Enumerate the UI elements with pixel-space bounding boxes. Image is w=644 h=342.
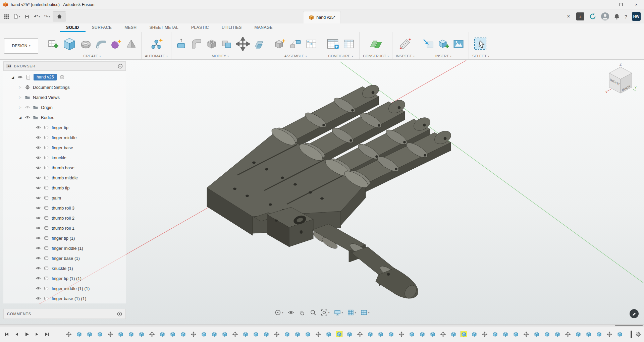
minimize-button[interactable]: –	[598, 0, 613, 9]
visibility-eye-icon[interactable]	[36, 266, 41, 271]
timeline-feature-body[interactable]	[222, 331, 228, 337]
visibility-eye-icon[interactable]	[36, 185, 41, 190]
timeline-feature-body[interactable]	[471, 331, 477, 337]
extrude-button[interactable]	[61, 36, 77, 52]
timeline-feature-body[interactable]	[378, 331, 384, 337]
timeline-position-marker[interactable]	[631, 331, 632, 338]
visibility-eye-off-icon[interactable]	[25, 105, 30, 110]
timeline-feature-body[interactable]	[461, 331, 467, 337]
assistant-bubble[interactable]	[630, 309, 639, 318]
rigid-group-button[interactable]	[304, 37, 318, 51]
timeline-feature-body[interactable]	[253, 331, 259, 337]
browser-body-row[interactable]: finger middle (1)	[3, 243, 126, 253]
visibility-eye-icon[interactable]	[36, 145, 41, 150]
browser-body-row[interactable]: thumb tip	[3, 183, 126, 193]
timeline-feature-move[interactable]	[149, 331, 155, 337]
timeline-feature-body[interactable]	[294, 331, 301, 337]
timeline-feature-body[interactable]	[336, 331, 342, 337]
timeline-feature-body[interactable]	[409, 331, 415, 337]
orbit-button[interactable]: ▾	[274, 309, 283, 316]
browser-body-row[interactable]: knuckle (1)	[3, 263, 126, 273]
expand-arrow-icon[interactable]: ◢	[11, 75, 15, 79]
design-menu-button[interactable]: DESIGN▾	[4, 38, 38, 54]
construct-plane-button[interactable]	[369, 37, 383, 51]
browser-minimize-icon[interactable]	[118, 64, 123, 69]
display-settings-button[interactable]: ▾	[334, 309, 343, 316]
collapsed-arrow-icon[interactable]: ▷	[18, 86, 22, 89]
timeline-feature-body[interactable]	[544, 331, 550, 337]
group-label-insert[interactable]: INSERT▾	[422, 54, 465, 58]
timeline-feature-move[interactable]	[315, 331, 321, 337]
revolve-button[interactable]	[79, 37, 93, 51]
insert-derive-button[interactable]	[422, 37, 435, 51]
timeline-feature-body[interactable]	[263, 331, 269, 337]
notifications-bell-icon[interactable]	[614, 13, 620, 20]
timeline-feature-body[interactable]	[346, 331, 353, 337]
timeline-feature-body[interactable]	[201, 331, 207, 337]
timeline-feature-body[interactable]	[170, 331, 176, 337]
browser-body-row[interactable]: finger base (1)	[3, 253, 126, 263]
group-label-construct[interactable]: CONSTRUCT▾	[363, 54, 389, 58]
timeline-feature-body[interactable]	[492, 331, 498, 337]
timeline-feature-body[interactable]	[139, 331, 145, 337]
offset-plane-button[interactable]	[252, 37, 266, 51]
timeline-feature-move[interactable]	[440, 331, 446, 337]
skip-to-end-button[interactable]	[43, 330, 51, 338]
browser-body-row[interactable]: finger base (1) (1)	[3, 293, 126, 303]
expand-arrow-icon[interactable]: ◢	[18, 116, 22, 119]
timeline-feature-body[interactable]	[419, 331, 425, 337]
viewport-3d[interactable]: Z RIGHT BACK X Y ◀◀ BROWSER ◢	[0, 60, 644, 324]
visibility-eye-icon[interactable]	[36, 195, 41, 201]
timeline-feature-move[interactable]	[565, 331, 571, 337]
timeline-feature-body[interactable]	[180, 331, 186, 337]
timeline-feature-body[interactable]	[367, 331, 373, 337]
timeline-settings-gear-icon[interactable]	[635, 331, 641, 337]
visibility-eye-icon[interactable]	[36, 225, 41, 231]
timeline-feature-body[interactable]	[326, 331, 332, 337]
visibility-eye-icon[interactable]	[36, 296, 41, 301]
browser-folder-row[interactable]: ◢ Bodies	[3, 112, 126, 122]
browser-folder-row[interactable]: ▷ Named Views	[3, 92, 126, 102]
timeline-feature-move[interactable]	[523, 331, 529, 337]
document-tab[interactable]: hand v25*	[303, 11, 341, 23]
timeline-feature-move[interactable]	[398, 331, 405, 337]
browser-body-row[interactable]: knuckle	[3, 153, 126, 163]
fit-button[interactable]: ▾	[321, 309, 329, 316]
ribbon-tab-sheet-metal[interactable]: SHEET METAL	[143, 23, 185, 32]
add-comment-icon[interactable]	[117, 311, 122, 317]
skip-to-start-button[interactable]	[3, 330, 11, 338]
browser-body-row[interactable]: thumb middle	[3, 173, 126, 183]
new-tab-button[interactable]: +	[576, 12, 584, 20]
viewports-button[interactable]: ▾	[361, 309, 370, 316]
visibility-eye-icon[interactable]	[36, 165, 41, 170]
visibility-eye-icon[interactable]	[36, 276, 41, 281]
browser-body-row[interactable]: finger base	[3, 142, 126, 153]
configuration-insert-button[interactable]	[342, 37, 356, 51]
browser-body-row[interactable]: finger tip	[3, 122, 126, 132]
timeline-feature-move[interactable]	[107, 331, 113, 337]
ribbon-tab-solid[interactable]: SOLID	[60, 23, 86, 32]
timeline-feature-body[interactable]	[211, 331, 217, 337]
select-button[interactable]	[473, 36, 489, 52]
timeline-feature-body[interactable]	[388, 331, 394, 337]
view-cube[interactable]: Z RIGHT BACK X Y	[604, 62, 637, 101]
ribbon-tab-manage[interactable]: MANAGE	[248, 23, 279, 32]
timeline-feature-body[interactable]	[575, 331, 581, 337]
timeline-feature-body[interactable]	[118, 331, 124, 337]
form-button[interactable]	[109, 37, 123, 51]
visibility-eye-icon[interactable]	[36, 175, 41, 180]
look-at-button[interactable]	[287, 309, 294, 316]
timeline-feature-move[interactable]	[232, 331, 238, 337]
comments-panel[interactable]: COMMENTS	[3, 309, 126, 319]
visibility-eye-icon[interactable]	[36, 155, 41, 160]
ribbon-tab-mesh[interactable]: MESH	[118, 23, 143, 32]
help-icon[interactable]: ?	[625, 14, 627, 19]
combine-button[interactable]	[220, 37, 233, 51]
insert-mesh-button[interactable]	[437, 37, 450, 51]
root-component-label[interactable]: hand v25	[34, 74, 57, 80]
browser-body-row[interactable]: thumb roll 3	[3, 203, 126, 213]
file-menu-button[interactable]: ▾	[12, 11, 21, 21]
step-back-button[interactable]	[13, 330, 21, 338]
timeline-feature-move[interactable]	[66, 331, 72, 337]
grid-snap-button[interactable]: ▾	[347, 309, 356, 316]
